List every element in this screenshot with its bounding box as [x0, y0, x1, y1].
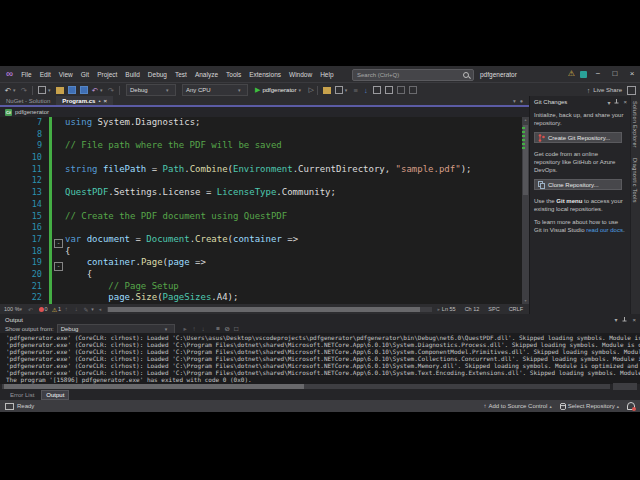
comment-icon[interactable]: [373, 86, 381, 94]
undo-icon[interactable]: ↶: [90, 86, 100, 95]
code-line[interactable]: 8: [0, 129, 522, 141]
code-line[interactable]: 16: [0, 222, 522, 234]
menu-test[interactable]: Test: [171, 71, 191, 78]
chevron-down-icon[interactable]: ▾: [607, 99, 610, 106]
next-message-icon[interactable]: ↓: [199, 325, 208, 332]
select-repository-button[interactable]: Select Repository ▴: [560, 403, 619, 410]
warnings-icon[interactable]: ⚠: [52, 306, 57, 313]
code-line[interactable]: 11string filePath = Path.Combine(Environ…: [0, 164, 522, 176]
indent-indicator[interactable]: SPC: [488, 306, 499, 312]
menu-file[interactable]: File: [17, 71, 35, 78]
toggle-output-icon[interactable]: □: [232, 325, 241, 332]
code-line[interactable]: 9// File path where the PDF will be save…: [0, 140, 522, 152]
outdent-icon[interactable]: [409, 86, 417, 94]
scroll-left-icon[interactable]: ◂: [97, 306, 103, 312]
editor-vertical-scrollbar[interactable]: ▴ ▾: [522, 117, 529, 304]
clone-repository-button[interactable]: Clone Repository...: [534, 179, 622, 190]
notifications-bell-icon[interactable]: [627, 402, 635, 410]
close-button[interactable]: ×: [626, 66, 638, 82]
redo-icon[interactable]: ↷: [106, 86, 116, 95]
prev-message-icon[interactable]: ↑: [190, 325, 199, 332]
tab-error-list[interactable]: Error List: [6, 391, 38, 399]
tab-program-cs[interactable]: Program.cs • ×: [56, 96, 113, 105]
editor-horizontal-scrollbar[interactable]: [107, 307, 432, 312]
close-panel-icon[interactable]: ×: [623, 99, 627, 105]
code-line[interactable]: 7using System.Diagnostics;: [0, 117, 522, 129]
float-window-icon[interactable]: ●: [520, 98, 523, 104]
output-log[interactable]: 'pdfgenerator.exe' (CoreCLR: clrhost): L…: [0, 333, 640, 384]
scrollbar-thumb[interactable]: [108, 307, 420, 312]
read-our-docs-link[interactable]: read our docs: [586, 227, 623, 233]
code-line[interactable]: 22 page.Size(PageSizes.A4);: [0, 292, 522, 304]
code-line[interactable]: 19- container.Page(page =>: [0, 257, 522, 269]
scroll-up-icon[interactable]: ▴: [522, 117, 529, 123]
clear-all-icon[interactable]: ⊘: [223, 325, 232, 333]
add-to-source-control-button[interactable]: ↑ Add to Source Control ▴: [483, 403, 551, 409]
refresh-icon[interactable]: ↶: [26, 306, 36, 313]
save-all-icon[interactable]: [80, 86, 88, 94]
cursor-position-icon[interactable]: ↓: [361, 86, 371, 95]
breadcrumb-project[interactable]: pdfgenerator: [15, 109, 49, 115]
feedback-icon[interactable]: [580, 71, 587, 78]
start-without-debugging-icon[interactable]: ▷: [308, 86, 313, 94]
platform-dropdown[interactable]: Any CPU▾: [182, 84, 248, 96]
menu-build[interactable]: Build: [121, 71, 143, 78]
column-indicator[interactable]: Ch 12: [465, 306, 480, 312]
code-line[interactable]: 18{: [0, 246, 522, 258]
close-panel-icon[interactable]: ×: [632, 317, 636, 323]
code-editor[interactable]: 7using System.Diagnostics;89// File path…: [0, 117, 522, 304]
code-line[interactable]: 14: [0, 199, 522, 211]
tab-nuget-solution[interactable]: NuGet - Solution: [0, 96, 56, 105]
save-icon[interactable]: [68, 86, 76, 94]
open-folder-icon[interactable]: [56, 87, 64, 94]
menu-extensions[interactable]: Extensions: [245, 71, 285, 78]
navigate-forward-icon[interactable]: ↷: [19, 86, 29, 95]
minimize-button[interactable]: −: [592, 66, 604, 82]
chevron-down-icon[interactable]: ▾: [614, 316, 617, 323]
indent-icon[interactable]: [397, 86, 405, 94]
tab-list-dropdown-icon[interactable]: ▾: [513, 98, 516, 104]
tab-output[interactable]: Output: [41, 390, 69, 400]
code-line[interactable]: 12: [0, 175, 522, 187]
menu-tools[interactable]: Tools: [222, 71, 245, 78]
menu-project[interactable]: Project: [93, 71, 121, 78]
pin-icon[interactable]: [614, 99, 619, 105]
notification-warning-icon[interactable]: ⚠: [568, 66, 575, 82]
code-line[interactable]: 15// Create the PDF document using Quest…: [0, 211, 522, 223]
new-project-icon[interactable]: [38, 86, 46, 94]
menu-git[interactable]: Git: [77, 71, 93, 78]
code-line[interactable]: 17-var document = Document.Create(contai…: [0, 234, 522, 246]
side-tab-solution-explorer[interactable]: Solution Explorer: [632, 96, 638, 153]
find-in-files-icon[interactable]: ≡: [351, 86, 361, 95]
search-input[interactable]: Search (Ctrl+Q): [352, 69, 474, 81]
next-issue-icon[interactable]: ↓: [71, 306, 81, 312]
edit-mode-icon[interactable]: ✎: [81, 306, 91, 313]
eol-indicator[interactable]: CRLF: [509, 306, 523, 312]
code-line[interactable]: 21 // Page Setup: [0, 281, 522, 293]
code-line[interactable]: 20 {: [0, 269, 522, 281]
menu-edit[interactable]: Edit: [36, 71, 55, 78]
zoom-level[interactable]: 100 %: [4, 306, 20, 312]
add-item-folder-icon[interactable]: [323, 87, 331, 94]
errors-icon[interactable]: [39, 307, 44, 312]
bookmark-icon[interactable]: [385, 86, 393, 94]
live-share-button[interactable]: ↑ Live Share: [587, 83, 622, 97]
output-source-dropdown[interactable]: Debug ▾: [57, 324, 175, 334]
code-line[interactable]: 10: [0, 152, 522, 164]
word-wrap-icon[interactable]: ≡: [214, 325, 223, 332]
configuration-dropdown[interactable]: Debug▾: [126, 84, 176, 96]
code-line[interactable]: 13QuestPDF.Settings.License = LicenseTyp…: [0, 187, 522, 199]
goto-message-icon[interactable]: ▸: [181, 325, 190, 333]
prev-issue-icon[interactable]: ↑: [61, 306, 71, 312]
toolbar-options-icon[interactable]: [627, 86, 636, 95]
menu-window[interactable]: Window: [285, 71, 316, 78]
menu-debug[interactable]: Debug: [144, 71, 171, 78]
line-indicator[interactable]: Ln 55: [442, 306, 456, 312]
side-tab-diagnostic-tools[interactable]: Diagnostic Tools: [632, 153, 638, 208]
close-tab-icon[interactable]: ×: [103, 98, 107, 104]
navigate-back-icon[interactable]: ↶: [3, 86, 13, 95]
maximize-button[interactable]: □: [609, 66, 621, 82]
start-debugging-button[interactable]: ▶ pdfgenerator ▾: [255, 86, 304, 94]
new-project-dropdown-icon[interactable]: ▾: [48, 87, 54, 93]
create-git-repository-button[interactable]: Create Git Repository...: [534, 132, 622, 143]
